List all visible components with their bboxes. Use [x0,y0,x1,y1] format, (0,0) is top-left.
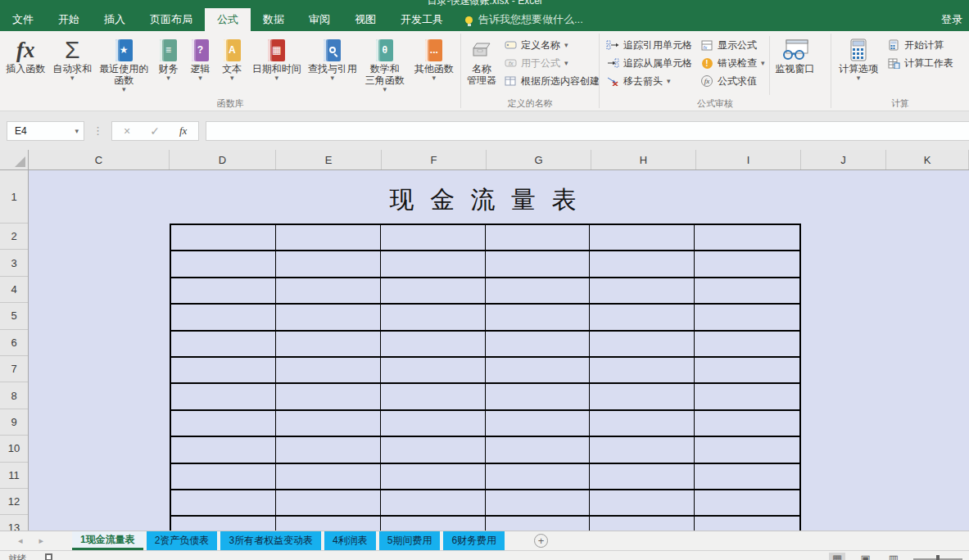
tell-me-box[interactable]: 告诉我您想要做什么... [455,8,593,31]
tab-formulas[interactable]: 公式 [205,8,251,31]
table-cell[interactable] [171,411,276,437]
table-cell[interactable] [695,411,799,437]
table-cell[interactable] [590,278,695,305]
tab-page-layout[interactable]: 页面布局 [138,8,205,31]
table-cell[interactable] [486,225,591,251]
view-normal-button[interactable]: ▦ [829,553,845,560]
row-header-8[interactable]: 8 [0,382,28,409]
tab-review[interactable]: 审阅 [297,8,342,31]
table-cell[interactable] [695,517,799,531]
table-cell[interactable] [381,437,486,463]
table-cell[interactable] [695,384,799,410]
table-cell[interactable] [381,251,486,278]
row-header-12[interactable]: 12 [0,489,28,515]
create-from-selection-button[interactable]: 根据所选内容创建 [500,72,604,90]
next-sheet-arrow-icon[interactable]: ▸ [39,535,44,546]
tab-file[interactable]: 文件 [0,8,46,31]
row-header-9[interactable]: 9 [0,409,28,436]
table-cell[interactable] [381,411,486,437]
table-cell[interactable] [695,278,799,305]
table-cell[interactable] [695,437,799,463]
macro-record-icon[interactable] [45,553,52,560]
column-header-G[interactable]: G [487,150,591,169]
calculation-options-button[interactable]: 计算选项 [834,34,883,81]
row-header-5[interactable]: 5 [0,303,28,329]
table-cell[interactable] [695,490,799,517]
table-cell[interactable] [590,411,695,437]
logical-button[interactable]: ? 逻辑 [184,34,216,81]
view-page-layout-button[interactable]: ▣ [857,553,873,560]
evaluate-formula-button[interactable]: fx 公式求值 [696,72,769,90]
table-cell[interactable] [381,384,486,410]
sheet-tab-balance[interactable]: 2资产负债表 [147,531,218,550]
tab-view[interactable]: 视图 [342,8,388,31]
define-name-button[interactable]: 定义名称 [500,36,604,54]
table-cell[interactable] [695,464,799,490]
table-cell[interactable] [590,251,695,278]
use-in-formula-button[interactable]: fx 用于公式 [500,54,604,72]
table-cell[interactable] [590,437,695,463]
sheet-tab-finance-expense[interactable]: 6财务费用 [443,531,505,550]
sheet-tab-period-expense[interactable]: 5期间费用 [379,531,441,550]
new-sheet-button[interactable]: + [534,534,548,548]
table-cell[interactable] [171,225,276,251]
insert-function-button[interactable]: fx 插入函数 [2,34,48,75]
autosum-button[interactable]: Σ 自动求和 [49,34,95,81]
table-cell[interactable] [381,278,486,305]
table-cell[interactable] [486,517,591,531]
column-header-K[interactable]: K [886,150,969,169]
sheet-canvas[interactable]: 现 金 流 量 表 [29,170,969,531]
table-cell[interactable] [381,225,486,251]
table-cell[interactable] [486,251,591,278]
column-header-C[interactable]: C [29,150,170,169]
row-header-6[interactable]: 6 [0,330,28,356]
financial-button[interactable]: ≡ 财务 [152,34,184,81]
column-header-D[interactable]: D [170,150,276,169]
zoom-slider-thumb[interactable] [936,555,940,560]
table-cell[interactable] [695,305,799,331]
table-cell[interactable] [590,358,695,384]
math-trig-button[interactable]: θ 数学和 三角函数 [360,34,410,93]
formula-input[interactable] [206,121,969,141]
table-cell[interactable] [590,332,695,358]
table-cell[interactable] [486,437,591,463]
table-cell[interactable] [171,464,276,490]
trace-dependents-button[interactable]: 追踪从属单元格 [602,54,696,72]
view-page-break-button[interactable]: ▥ [885,553,902,560]
calculate-now-button[interactable]: 开始计算 [883,36,958,54]
table-cell[interactable] [695,332,799,358]
sheet-tab-equity[interactable]: 3所有者权益变动表 [220,531,321,550]
error-checking-button[interactable]: ! 错误检查 [696,54,769,72]
tab-home[interactable]: 开始 [46,8,92,31]
sheet-tab-cashflow[interactable]: 1现金流量表 [72,531,143,550]
calculate-sheet-button[interactable]: 计算工作表 [883,54,958,72]
row-header-3[interactable]: 3 [0,250,28,276]
row-header-1[interactable]: 1 [0,170,28,224]
table-cell[interactable] [695,225,799,251]
prev-sheet-arrow-icon[interactable]: ◂ [18,535,23,546]
table-cell[interactable] [171,332,276,358]
tab-insert[interactable]: 插入 [92,8,138,31]
table-cell[interactable] [276,490,381,517]
table-cell[interactable] [276,278,381,305]
table-cell[interactable] [171,358,276,384]
table-cell[interactable] [590,225,695,251]
table-cell[interactable] [276,251,381,278]
table-cell[interactable] [171,437,276,463]
table-cell[interactable] [486,278,591,305]
name-box-caret-icon[interactable] [75,128,79,134]
date-time-button[interactable]: ▦ 日期和时间 [248,34,306,81]
row-header-7[interactable]: 7 [0,356,28,382]
tab-data[interactable]: 数据 [251,8,297,31]
table-cell[interactable] [381,305,486,331]
table-cell[interactable] [276,225,381,251]
show-formulas-button[interactable]: fx 显示公式 [696,36,769,54]
insert-function-icon[interactable]: fx [179,124,187,138]
table-cell[interactable] [486,358,591,384]
table-cell[interactable] [171,251,276,278]
table-cell[interactable] [276,332,381,358]
table-cell[interactable] [171,278,276,305]
column-header-J[interactable]: J [801,150,886,169]
table-cell[interactable] [486,332,591,358]
table-cell[interactable] [486,490,591,517]
